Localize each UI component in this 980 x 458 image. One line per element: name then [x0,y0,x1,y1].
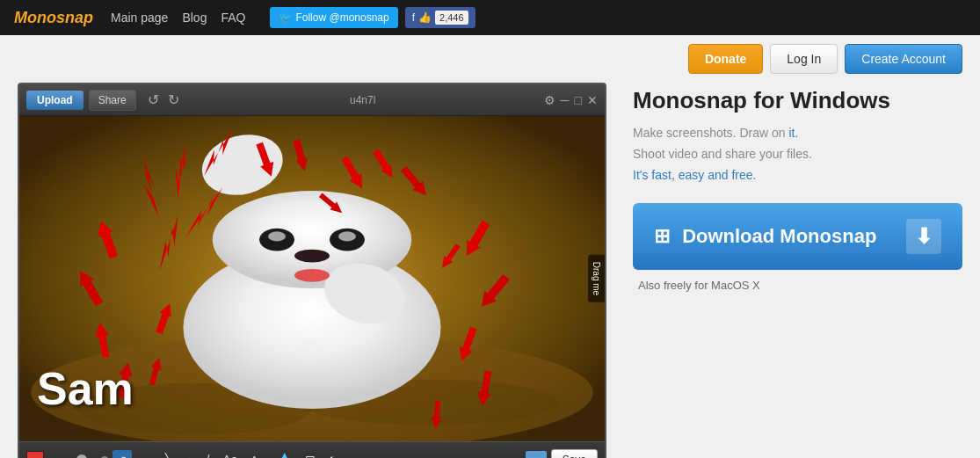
facebook-count: 2,446 [435,11,468,25]
save-button[interactable]: Save [551,449,598,459]
drag-tab[interactable]: Drag me [588,255,605,302]
download-label: Download Monosnap [682,225,876,247]
mac-note-text: Also freely for MacOS X [638,279,760,292]
redo-button[interactable]: ↻ [165,91,182,108]
login-button[interactable]: Log In [770,44,838,74]
download-arrow-icon: ⬇ [906,219,941,254]
main-content: Upload Share ↺ ↻ u4n7l ⚙ ─ □ ✕ [0,83,980,458]
settings-icon[interactable]: ⚙ [544,93,555,107]
main-heading: Monosnap for Windows [633,87,962,114]
desc-line3-link[interactable]: It's fast, easy and free. [633,168,756,182]
draw-tool[interactable]: / [201,450,214,459]
color-picker[interactable] [26,451,44,459]
text-size-tool[interactable]: Aa [246,451,267,458]
window-toolbar: Upload Share ↺ ↻ u4n7l ⚙ ─ □ ✕ [19,84,605,116]
bottom-toolbar: ↗ ▭ ╲ ○ / Aa Aa 💧 ⊡ ⤡ Save [19,441,605,458]
circle-tool[interactable]: ○ [181,450,197,459]
window-title: u4n7l [350,94,375,106]
line-tool[interactable]: ╲ [161,450,177,459]
nav-main-page[interactable]: Main page [111,11,168,25]
undo-button[interactable]: ↺ [145,91,162,108]
text-tool[interactable]: Aa [218,450,242,459]
svg-point-11 [338,231,356,241]
download-button[interactable]: ⊞ Download Monosnap ⬇ [633,203,962,270]
screenshot-thumb[interactable] [526,451,547,459]
nav-links: Main page Blog FAQ [111,11,245,25]
upload-button[interactable]: Upload [26,91,83,110]
social-buttons: 🐦 Follow @monosnap f 👍 2,446 [270,7,475,28]
rectangle-tool[interactable]: ▭ [136,450,156,459]
twitter-label: Follow @monosnap [295,11,388,24]
download-left: ⊞ Download Monosnap [654,225,876,248]
donate-button[interactable]: Donate [688,44,763,74]
toolbar-icons: ⚙ ─ □ ✕ [544,93,598,107]
desc-line1-pre: Make screenshots. Draw on [633,126,788,140]
screenshot-container: Upload Share ↺ ↻ u4n7l ⚙ ─ □ ✕ [18,83,606,458]
svg-point-13 [294,269,330,282]
twitter-bird-icon: 🐦 [279,11,292,24]
description: Make screenshots. Draw on it. Shoot vide… [633,123,962,185]
eyedropper-tool[interactable]: 💧 [272,450,296,459]
right-panel: Monosnap for Windows Make screenshots. D… [633,83,962,458]
desc-line1-link[interactable]: it. [788,126,798,140]
twitter-follow-button[interactable]: 🐦 Follow @monosnap [270,7,397,28]
facebook-icon: f [412,11,415,24]
desc-line2: Shoot video and share your files. [633,144,962,165]
windows-icon: ⊞ [654,225,670,247]
facebook-button[interactable]: f 👍 2,446 [405,7,475,28]
nav-faq[interactable]: FAQ [221,11,245,25]
top-navigation: Monosnap Main page Blog FAQ 🐦 Follow @mo… [0,0,980,35]
nav-blog[interactable]: Blog [182,11,207,25]
resize-tool[interactable]: ⤡ [324,450,344,459]
close-icon[interactable]: ✕ [587,93,598,107]
crop-tool[interactable]: ⊡ [301,450,320,459]
arrow-tool[interactable]: ↗ [113,450,132,459]
logo: Monosnap [14,9,93,27]
svg-point-12 [294,250,330,263]
svg-point-10 [268,231,286,241]
mac-note: Also freely for MacOS X [633,279,962,292]
maximize-icon[interactable]: □ [575,93,582,107]
header-actions: Donate Log In Create Account [0,35,980,83]
image-area: Sam Drag me [19,116,605,441]
facebook-thumb-icon: 👍 [418,11,432,24]
sam-text: Sam [37,362,134,415]
undo-redo-group: ↺ ↻ [145,91,182,108]
size-thumb[interactable] [76,454,87,459]
screenshot-window: Upload Share ↺ ↻ u4n7l ⚙ ─ □ ✕ [18,83,606,458]
minimize-icon[interactable]: ─ [561,93,570,107]
share-button[interactable]: Share [89,90,136,111]
create-account-button[interactable]: Create Account [845,44,962,74]
